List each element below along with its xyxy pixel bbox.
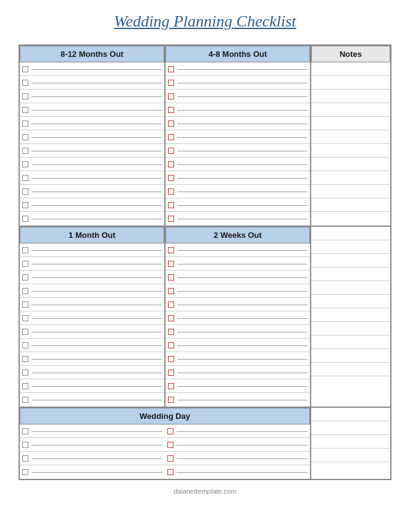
note-line[interactable] — [311, 144, 390, 158]
checkbox[interactable] — [168, 274, 174, 281]
checkbox[interactable] — [168, 216, 174, 222]
checkbox[interactable] — [167, 442, 174, 448]
checkbox[interactable] — [22, 369, 28, 376]
list-item — [20, 311, 164, 325]
note-line[interactable] — [311, 198, 390, 212]
note-line[interactable] — [311, 171, 390, 185]
note-line[interactable] — [311, 212, 390, 226]
checkbox[interactable] — [22, 66, 28, 72]
checkbox[interactable] — [22, 80, 28, 86]
list-item — [165, 352, 310, 366]
checkbox[interactable] — [168, 329, 174, 335]
note-line[interactable] — [311, 349, 390, 363]
note-line[interactable] — [311, 421, 390, 435]
line — [31, 192, 162, 192]
checkbox[interactable] — [168, 188, 174, 195]
checkbox[interactable] — [22, 188, 28, 195]
checkbox[interactable] — [168, 356, 174, 362]
list-item — [20, 158, 164, 171]
note-line[interactable] — [311, 449, 390, 462]
list-item — [20, 325, 164, 339]
checkbox[interactable] — [167, 428, 174, 434]
checkbox[interactable] — [22, 107, 28, 113]
note-line[interactable] — [311, 130, 390, 144]
line — [31, 400, 162, 400]
checkbox[interactable] — [167, 469, 174, 475]
checkbox[interactable] — [168, 342, 174, 348]
checkbox[interactable] — [22, 455, 28, 462]
checkbox[interactable] — [168, 175, 174, 181]
checkbox[interactable] — [22, 247, 28, 253]
checkbox[interactable] — [22, 302, 28, 308]
checkbox[interactable] — [168, 288, 174, 294]
line — [177, 137, 308, 138]
list-item — [165, 90, 310, 103]
note-line[interactable] — [311, 62, 390, 76]
note-line[interactable] — [311, 158, 390, 171]
line — [31, 124, 162, 124]
checkbox[interactable] — [22, 202, 28, 208]
note-line[interactable] — [311, 185, 390, 198]
checkbox[interactable] — [168, 247, 174, 253]
note-line[interactable] — [311, 408, 390, 421]
note-line[interactable] — [311, 462, 390, 476]
note-line[interactable] — [311, 308, 390, 322]
checkbox[interactable] — [168, 120, 174, 127]
note-line[interactable] — [311, 376, 390, 390]
checkbox[interactable] — [22, 442, 28, 448]
checkbox[interactable] — [22, 274, 28, 281]
note-line[interactable] — [311, 435, 390, 449]
note-line[interactable] — [311, 227, 390, 240]
checkbox[interactable] — [168, 369, 174, 376]
note-line[interactable] — [311, 103, 390, 117]
checkbox[interactable] — [22, 261, 28, 267]
checkbox[interactable] — [168, 383, 174, 389]
note-line[interactable] — [311, 268, 390, 281]
checkbox[interactable] — [22, 329, 28, 335]
note-line[interactable] — [311, 240, 390, 254]
checkbox[interactable] — [22, 288, 28, 294]
checkbox[interactable] — [22, 175, 28, 181]
line — [31, 332, 162, 332]
checkbox[interactable] — [22, 315, 28, 321]
checkbox[interactable] — [168, 66, 174, 72]
checkbox[interactable] — [168, 107, 174, 113]
checkbox[interactable] — [22, 93, 28, 99]
checkbox[interactable] — [168, 93, 174, 99]
checkbox[interactable] — [22, 342, 28, 348]
checkbox[interactable] — [22, 383, 28, 389]
note-line[interactable] — [311, 90, 390, 103]
list-item — [20, 452, 165, 465]
list-item — [165, 158, 310, 171]
note-line[interactable] — [311, 295, 390, 308]
note-line[interactable] — [311, 336, 390, 349]
note-line[interactable] — [311, 76, 390, 90]
checkbox[interactable] — [22, 216, 28, 222]
checkbox[interactable] — [168, 161, 174, 167]
checkbox[interactable] — [168, 80, 174, 86]
checkbox[interactable] — [22, 428, 28, 434]
note-line[interactable] — [311, 322, 390, 336]
checkbox[interactable] — [167, 455, 174, 462]
checkbox[interactable] — [22, 134, 28, 140]
checkbox[interactable] — [22, 148, 28, 154]
checkbox[interactable] — [168, 261, 174, 267]
checkbox[interactable] — [168, 134, 174, 140]
header-4-8-months: 4-8 Months Out — [165, 46, 310, 62]
note-line[interactable] — [311, 281, 390, 295]
checkbox[interactable] — [168, 315, 174, 321]
checkbox[interactable] — [22, 356, 28, 362]
checkbox[interactable] — [168, 302, 174, 308]
note-line[interactable] — [311, 117, 390, 130]
checkbox[interactable] — [168, 202, 174, 208]
list-item — [165, 76, 310, 90]
page-title: Wedding Planning Checklist — [19, 12, 391, 31]
note-line[interactable] — [311, 363, 390, 376]
checkbox[interactable] — [22, 161, 28, 167]
checkbox[interactable] — [168, 397, 174, 403]
checkbox[interactable] — [22, 397, 28, 403]
checkbox[interactable] — [168, 148, 174, 154]
note-line[interactable] — [311, 254, 390, 268]
checkbox[interactable] — [22, 120, 28, 127]
checkbox[interactable] — [22, 469, 28, 475]
